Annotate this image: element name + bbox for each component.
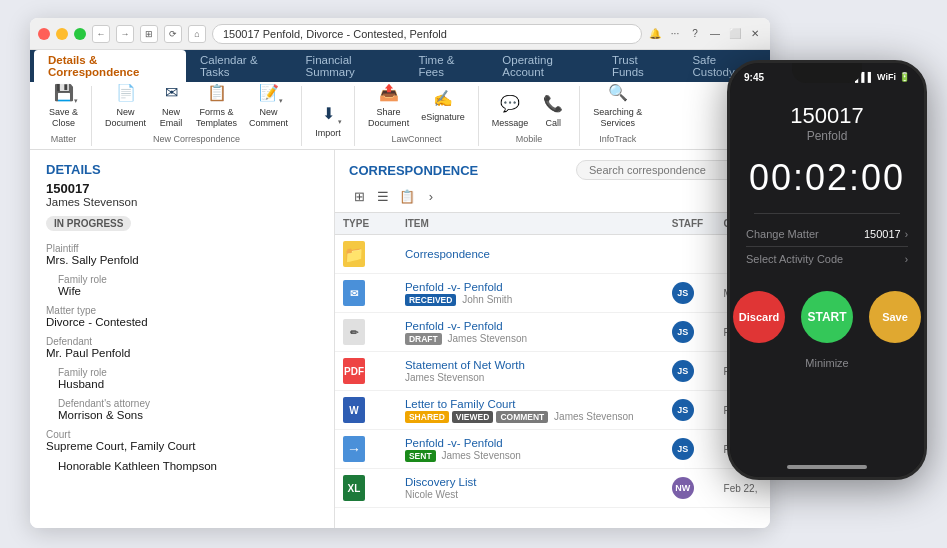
tag-sent: SENT	[405, 450, 436, 462]
dot-cell	[381, 391, 397, 430]
staff-avatar: JS	[672, 282, 694, 304]
staff-cell: JS	[664, 274, 716, 313]
forms-templates-icon: 📋	[205, 81, 229, 105]
bell-icon[interactable]: 🔔	[648, 27, 662, 41]
details-title: DETAILS	[46, 162, 318, 177]
family-role-defendant-field: Family role Husband	[46, 367, 318, 390]
browser-window: ← → ⊞ ⟳ ⌂ 150017 Penfold, Divorce - Cont…	[30, 18, 770, 528]
staff-avatar: JS	[672, 438, 694, 460]
more-options-icon[interactable]: ···	[668, 27, 682, 41]
tab-details-correspondence[interactable]: Details & Correspondence	[34, 50, 186, 82]
discard-button[interactable]: Discard	[733, 291, 785, 343]
table-row[interactable]: → Penfold -v- Penfold SENT James Stevens…	[335, 430, 770, 469]
searching-services-button[interactable]: 🔍 Searching &Services	[588, 78, 647, 132]
message-button[interactable]: 💬 Message	[487, 89, 534, 132]
item-cell: Penfold -v- Penfold SENT James Stevenson	[397, 430, 664, 469]
phone-divider	[754, 213, 900, 214]
item-cell: Statement of Net Worth James Stevenson	[397, 352, 664, 391]
item-sub: Nicole West	[405, 489, 656, 500]
forms-templates-button[interactable]: 📋 Forms &Templates	[191, 78, 242, 132]
tab-time-fees[interactable]: Time & Fees	[404, 50, 488, 82]
tab-calendar-tasks[interactable]: Calendar & Tasks	[186, 50, 292, 82]
phone-change-matter-row[interactable]: Change Matter 150017 ›	[746, 222, 908, 247]
address-bar[interactable]: 150017 Penfold, Divorce - Contested, Pen…	[212, 24, 642, 44]
import-button[interactable]: ⬇▾ Import	[310, 99, 346, 142]
toolbar-group-mobile: 💬 Message 📞 Call Mobile	[479, 86, 581, 146]
change-matter-value: 150017 ›	[864, 228, 908, 240]
doc-icon-email: ✉	[343, 280, 365, 306]
phone-time: 9:45	[744, 72, 764, 83]
correspondence-table: TYPE ITEM STAFF CREAT 📁 Correspondence	[335, 212, 770, 508]
save-button[interactable]: Save	[869, 291, 921, 343]
plaintiff-field: Plaintiff Mrs. Sally Penfold	[46, 243, 318, 266]
col-dot	[381, 213, 397, 235]
win-max-btn[interactable]	[74, 28, 86, 40]
matter-number: 150017	[46, 181, 318, 196]
refresh-btn[interactable]: ⟳	[164, 25, 182, 43]
table-row[interactable]: XL Discovery List Nicole West NW Feb 22,	[335, 469, 770, 508]
col-type: TYPE	[335, 213, 381, 235]
grid-view-btn[interactable]: ⊞	[349, 186, 369, 206]
win-min-btn[interactable]	[56, 28, 68, 40]
esignature-button[interactable]: ✍ eSignature	[416, 83, 470, 126]
staff-cell	[664, 235, 716, 274]
back-btn[interactable]: ←	[92, 25, 110, 43]
item-name[interactable]: Penfold -v- Penfold	[405, 281, 656, 293]
corr-toolbar: ⊞ ☰ 📋 ›	[335, 184, 770, 212]
save-close-button[interactable]: 💾▾ Save &Close	[44, 78, 83, 132]
start-button[interactable]: START	[801, 291, 853, 343]
new-comment-button[interactable]: 📝▾ NewComment	[244, 78, 293, 132]
doc-icon-word: W	[343, 397, 365, 423]
wifi-icon: WiFi	[877, 72, 896, 82]
item-name[interactable]: Correspondence	[405, 248, 656, 260]
minimize-icon[interactable]: —	[708, 27, 722, 41]
table-row[interactable]: ✉ Penfold -v- Penfold RECEIVED John Smit…	[335, 274, 770, 313]
col-item: ITEM	[397, 213, 664, 235]
tab-trust-funds[interactable]: Trust Funds	[598, 50, 679, 82]
table-row[interactable]: PDF Statement of Net Worth James Stevens…	[335, 352, 770, 391]
tab-operating-account[interactable]: Operating Account	[488, 50, 598, 82]
phone-activity-code-row[interactable]: Select Activity Code ›	[746, 247, 908, 271]
item-sub: SENT James Stevenson	[405, 450, 656, 462]
table-row[interactable]: ✏ Penfold -v- Penfold DRAFT James Steven…	[335, 313, 770, 352]
defendants-attorney-field: Defendant's attorney Morrison & Sons	[46, 398, 318, 421]
doc-icon-draft: ✏	[343, 319, 365, 345]
home-btn[interactable]: ⌂	[188, 25, 206, 43]
main-content: DETAILS 150017 James Stevenson IN PROGRE…	[30, 150, 770, 528]
doc-icon-excel: XL	[343, 475, 365, 501]
item-name[interactable]: Penfold -v- Penfold	[405, 437, 656, 449]
list-view-btn[interactable]: ☰	[373, 186, 393, 206]
sort-btn[interactable]: ›	[421, 186, 441, 206]
new-email-icon: ✉	[159, 81, 183, 105]
tab-financial-summary[interactable]: Financial Summary	[292, 50, 405, 82]
share-document-button[interactable]: 📤 ShareDocument	[363, 78, 414, 132]
close-icon[interactable]: ✕	[748, 27, 762, 41]
type-cell: W	[335, 391, 381, 430]
dot-cell	[381, 469, 397, 508]
new-document-button[interactable]: 📄 NewDocument	[100, 78, 151, 132]
details-view-btn[interactable]: 📋	[397, 186, 417, 206]
staff-avatar: JS	[672, 399, 694, 421]
staff-cell: NW	[664, 469, 716, 508]
tag-draft: DRAFT	[405, 333, 442, 345]
item-name[interactable]: Letter to Family Court	[405, 398, 656, 410]
table-row[interactable]: W Letter to Family Court SHAREDVIEWEDCOM…	[335, 391, 770, 430]
item-cell: Penfold -v- Penfold DRAFT James Stevenso…	[397, 313, 664, 352]
new-email-button[interactable]: ✉ NewEmail	[153, 78, 189, 132]
dot-cell	[381, 352, 397, 391]
col-staff: STAFF	[664, 213, 716, 235]
type-cell: ✉	[335, 274, 381, 313]
minimize-label[interactable]: Minimize	[805, 357, 848, 369]
forward-btn[interactable]: →	[116, 25, 134, 43]
more-btn[interactable]: ⊞	[140, 25, 158, 43]
judge-field: Honorable Kathleen Thompson	[46, 460, 318, 472]
call-button[interactable]: 📞 Call	[535, 89, 571, 132]
help-icon[interactable]: ?	[688, 27, 702, 41]
item-cell: Penfold -v- Penfold RECEIVED John Smith	[397, 274, 664, 313]
table-row[interactable]: 📁 Correspondence	[335, 235, 770, 274]
item-name[interactable]: Penfold -v- Penfold	[405, 320, 656, 332]
restore-icon[interactable]: ⬜	[728, 27, 742, 41]
item-name[interactable]: Discovery List	[405, 476, 656, 488]
item-name[interactable]: Statement of Net Worth	[405, 359, 656, 371]
win-close-btn[interactable]	[38, 28, 50, 40]
